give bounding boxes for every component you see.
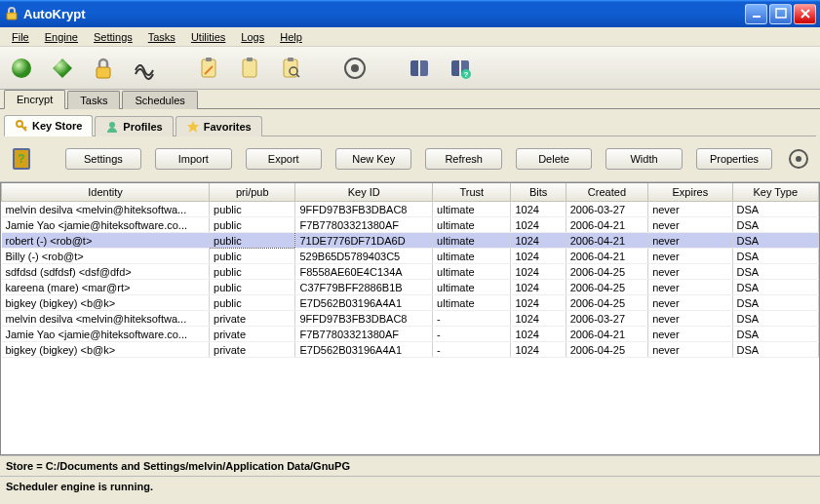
cell[interactable]: DSA (732, 327, 818, 342)
cell[interactable]: bigkey (bigkey) <b@k> (2, 342, 210, 358)
cell[interactable]: 2006-03-27 (566, 311, 647, 327)
cell[interactable]: DSA (732, 264, 818, 280)
cell[interactable]: never (648, 233, 732, 249)
cell[interactable]: public (210, 233, 295, 249)
cell[interactable]: private (210, 342, 295, 358)
cell[interactable]: 71DE7776DF71DA6D (295, 233, 433, 249)
delete-button[interactable]: Delete (516, 148, 592, 170)
cell[interactable]: ultimate (433, 217, 511, 233)
help-book-icon[interactable]: ? (10, 144, 34, 174)
cell[interactable]: kareena (mare) <mar@rt> (2, 280, 210, 295)
cell[interactable]: ultimate (433, 202, 511, 217)
width-button[interactable]: Width (605, 148, 682, 170)
tab-schedules[interactable]: Schedules (122, 91, 197, 109)
cell[interactable]: 1024 (511, 217, 566, 233)
cell[interactable]: private (210, 327, 295, 342)
cell[interactable]: 2006-04-21 (566, 217, 647, 233)
cell[interactable]: 9FFD97B3FB3DBAC8 (295, 202, 433, 217)
clipboard-pencil-icon[interactable] (195, 55, 222, 82)
menu-logs[interactable]: Logs (233, 29, 272, 45)
cell[interactable]: Billy (-) <rob@t> (2, 249, 210, 264)
menu-file[interactable]: File (4, 29, 37, 45)
cell[interactable]: 1024 (511, 311, 566, 327)
cell[interactable]: ultimate (433, 233, 511, 249)
cell[interactable]: 1024 (511, 249, 566, 264)
export-button[interactable]: Export (246, 148, 322, 170)
clipboard-icon[interactable] (236, 55, 263, 82)
cell[interactable]: robert (-) <rob@t> (2, 233, 210, 249)
cell[interactable]: 2006-04-21 (566, 327, 647, 342)
cell[interactable]: never (648, 327, 732, 342)
cell[interactable]: sdfdsd (sdfdsf) <dsf@dfd> (2, 264, 210, 280)
cell[interactable]: C37F79BFF2886B1B (295, 280, 433, 295)
target-small-icon[interactable] (786, 144, 810, 174)
menu-engine[interactable]: Engine (37, 29, 86, 45)
cell[interactable]: never (648, 342, 732, 358)
book-help-icon[interactable]: ? (447, 55, 474, 82)
cell[interactable]: 1024 (511, 264, 566, 280)
menu-tasks[interactable]: Tasks (140, 29, 183, 45)
cell[interactable]: 1024 (511, 295, 566, 311)
col-keyid[interactable]: Key ID (295, 183, 433, 202)
subtab-profiles[interactable]: Profiles (95, 116, 173, 136)
cell[interactable]: ultimate (433, 280, 511, 295)
green-diamond-icon[interactable] (49, 55, 76, 82)
cell[interactable]: 1024 (511, 327, 566, 342)
cell[interactable]: - (433, 327, 511, 342)
cell[interactable]: never (648, 264, 732, 280)
cell[interactable]: never (648, 249, 732, 264)
cell[interactable]: 1024 (511, 280, 566, 295)
menu-help[interactable]: Help (272, 29, 310, 45)
maximize-button[interactable] (769, 4, 792, 24)
close-button[interactable] (794, 4, 816, 24)
target-icon[interactable] (341, 55, 369, 82)
green-ball-icon[interactable] (8, 55, 35, 82)
book-icon[interactable] (406, 55, 433, 82)
cell[interactable]: never (648, 311, 732, 327)
cell[interactable]: bigkey (bigkey) <b@k> (2, 295, 210, 311)
col-identity[interactable]: Identity (2, 183, 210, 202)
cell[interactable]: ultimate (433, 249, 511, 264)
cell[interactable]: DSA (732, 342, 818, 358)
menu-utilities[interactable]: Utilities (183, 29, 233, 45)
key-grid[interactable]: Identity pri/pub Key ID Trust Bits Creat… (0, 182, 820, 455)
cell[interactable]: - (433, 342, 511, 358)
cell[interactable]: private (210, 311, 295, 327)
table-row[interactable]: bigkey (bigkey) <b@k>publicE7D562B03196A… (2, 295, 819, 311)
cell[interactable]: public (210, 295, 295, 311)
cell[interactable]: 1024 (511, 342, 566, 358)
cell[interactable]: melvin desilva <melvin@hiteksoftwa... (2, 202, 210, 217)
cell[interactable]: 2006-04-21 (566, 233, 647, 249)
cell[interactable]: Jamie Yao <jamie@hiteksoftware.co... (2, 327, 210, 342)
cell[interactable]: public (210, 202, 295, 217)
menu-settings[interactable]: Settings (86, 29, 140, 45)
cell[interactable]: DSA (732, 202, 818, 217)
cell[interactable]: 1024 (511, 202, 566, 217)
cell[interactable]: never (648, 280, 732, 295)
table-row[interactable]: melvin desilva <melvin@hiteksoftwa...pub… (2, 202, 819, 217)
cell[interactable]: public (210, 217, 295, 233)
cell[interactable]: DSA (732, 295, 818, 311)
col-keytype[interactable]: Key Type (732, 183, 818, 202)
cell[interactable]: never (648, 217, 732, 233)
subtab-favorites[interactable]: Favorites (176, 116, 262, 136)
subtab-keystore[interactable]: Key Store (4, 115, 93, 136)
table-row[interactable]: kareena (mare) <mar@rt>publicC37F79BFF28… (2, 280, 819, 295)
cell[interactable]: 9FFD97B3FB3DBAC8 (295, 311, 433, 327)
table-row[interactable]: Billy (-) <rob@t>public529B65D5789403C5u… (2, 249, 819, 264)
table-row[interactable]: Jamie Yao <jamie@hiteksoftware.co...priv… (2, 327, 819, 342)
col-bits[interactable]: Bits (511, 183, 566, 202)
settings-button[interactable]: Settings (65, 148, 141, 170)
cell[interactable]: public (210, 264, 295, 280)
scribble-icon[interactable] (131, 55, 158, 82)
col-trust[interactable]: Trust (433, 183, 511, 202)
tab-tasks[interactable]: Tasks (67, 91, 120, 109)
table-row[interactable]: robert (-) <rob@t>public71DE7776DF71DA6D… (2, 233, 819, 249)
cell[interactable]: 2006-04-25 (566, 295, 647, 311)
cell[interactable]: E7D562B03196A4A1 (295, 295, 433, 311)
col-created[interactable]: Created (566, 183, 647, 202)
col-pripub[interactable]: pri/pub (210, 183, 295, 202)
table-row[interactable]: bigkey (bigkey) <b@k>privateE7D562B03196… (2, 342, 819, 358)
cell[interactable]: DSA (732, 311, 818, 327)
cell[interactable]: 2006-03-27 (566, 202, 647, 217)
